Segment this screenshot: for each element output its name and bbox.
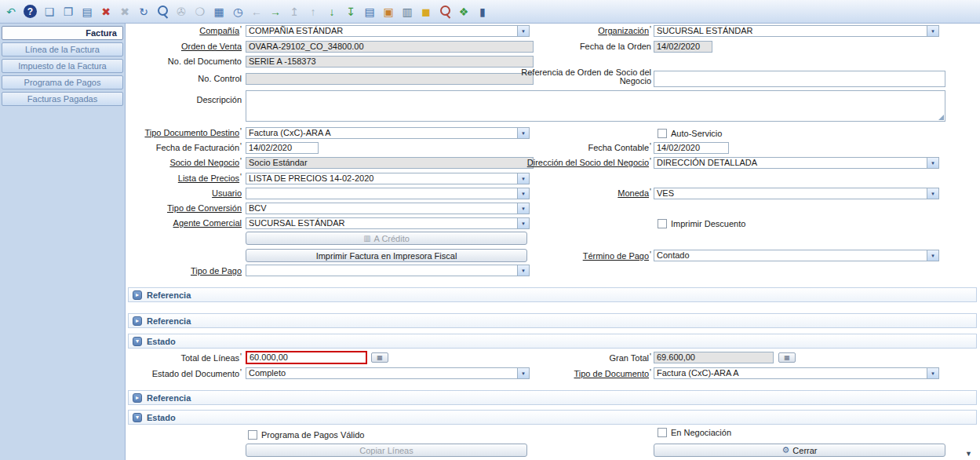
section-estado-1[interactable]: ▾Estado [128,334,977,349]
direccion-socio-combo[interactable]: DIRECCIÓN DETALLADA▼ [654,157,939,169]
chevron-down-icon[interactable]: ▼ [927,368,938,378]
chat-icon[interactable]: ❍ [191,2,209,21]
sidebar-tab-programa-de-pagos[interactable]: Programa de Pagos [2,75,123,89]
imprimir-fiscal-button-label: Imprimir Factura en Impresora Fiscal [316,251,457,261]
chevron-down-icon[interactable]: ▼ [927,250,938,261]
copy-record-icon[interactable]: ❐ [59,2,78,21]
gran-total-calculator-button[interactable]: ▦ [778,352,796,363]
fecha-facturacion-field[interactable]: 14/02/2020 [246,142,319,154]
no-documento-field[interactable]: SERIE A -158373 [246,56,534,68]
imprimir-descuento-checkbox[interactable] [658,219,667,228]
first-record-icon[interactable]: ↥ [285,2,304,21]
last-record-icon[interactable]: ↧ [341,2,360,21]
grid-toggle-icon[interactable]: ▦ [209,2,228,21]
tipo-documento-combo[interactable]: Factura (CxC)-ARA A▼ [654,367,939,379]
mandatory-mark: ' [650,188,651,196]
product-info-icon[interactable]: ▮ [473,2,492,21]
chevron-down-icon[interactable]: ▼ [517,128,529,138]
collapse-icon[interactable]: ▾ [133,413,142,422]
chevron-down-icon[interactable]: ▼ [927,188,938,199]
delete-icon[interactable]: ✖ [97,2,115,21]
sidebar-tab-impuesto-de-la-factura[interactable]: Impuesto de la Factura [2,59,123,73]
workflow-icon[interactable]: ❖ [454,2,473,21]
a-credito-button[interactable]: ▥A Crédito [246,232,527,245]
tipo-conversion-label[interactable]: Tipo de Conversión [126,203,242,214]
section-estado-2[interactable]: ▾Estado [128,410,977,425]
previous-record-icon[interactable]: ↑ [304,2,322,21]
chevron-down-icon[interactable]: ▼ [517,203,529,214]
sidebar-tab-factura[interactable]: Factura [2,26,123,40]
fecha-orden-field[interactable]: 14/02/2020 [654,41,712,53]
moneda-label[interactable]: Moneda' [463,188,651,199]
termino-pago-label[interactable]: Término de Pago' [463,251,651,261]
chevron-down-icon[interactable]: ▼ [927,158,938,168]
total-lineas-field[interactable]: 60.000,00 [246,351,367,364]
lista-precios-combo[interactable]: LISTA DE PRECIOS 14-02-2020▼ [246,173,530,184]
section-referencia-1[interactable]: ▸Referencia [128,287,977,302]
mandatory-mark: ' [240,353,242,361]
tipo-conversion-combo[interactable]: BCV▼ [246,203,530,214]
collapse-icon[interactable]: ▾ [133,337,142,346]
chevron-down-icon[interactable]: ▼ [927,26,938,36]
orden-venta-label[interactable]: Orden de Venta [126,42,242,52]
auto-servicio-checkbox[interactable] [658,129,667,138]
tipo-pago-combo[interactable]: ▼ [246,265,530,276]
expand-icon[interactable]: ▸ [133,290,142,300]
scroll-down-icon[interactable]: ▼ [965,450,972,458]
tipo-documento-destino-combo[interactable]: Factura (CxC)-ARA A▼ [246,127,530,139]
cerrar-button[interactable]: ⚙Cerrar [654,444,945,457]
en-negociacion-checkbox[interactable] [658,428,667,437]
fecha-contable-label: Fecha Contable' [463,143,651,153]
parent-record-icon[interactable]: ← [247,2,266,21]
zoom-across-icon[interactable] [435,2,454,21]
section-referencia-2[interactable]: ▸Referencia [128,313,977,328]
descripcion-label: Descripción [126,95,242,105]
expand-icon[interactable]: ▸ [133,316,142,326]
direccion-socio-label[interactable]: Dirección del Socio del Negocio' [463,158,651,168]
save-icon[interactable]: ▤ [78,2,97,21]
new-record-icon[interactable]: ❏ [40,2,59,21]
archive-icon[interactable]: ▣ [379,2,398,21]
ignore-changes-icon[interactable]: ↶ [2,2,20,21]
next-record-icon[interactable]: ↓ [322,2,341,21]
gran-total-field[interactable]: 69.600,00 [654,352,774,363]
tipo-pago-label[interactable]: Tipo de Pago [126,266,242,276]
delete-selection-icon[interactable]: ✖ [115,2,134,21]
lista-precios-label[interactable]: Lista de Precios' [126,173,242,184]
find-icon[interactable] [153,2,172,21]
organizacion-combo[interactable]: SUCURSAL ESTÁNDAR▼ [654,25,939,37]
fecha-contable-field[interactable]: 14/02/2020 [654,142,729,154]
tipo-documento-destino-label[interactable]: Tipo Documento Destino' [126,128,242,138]
resize-handle-icon[interactable] [938,115,944,120]
history-icon[interactable]: ◷ [228,2,247,21]
section-referencia-3[interactable]: ▸Referencia [128,390,977,405]
socio-negocio-label[interactable]: Socio del Negocio' [126,158,242,168]
no-control-field[interactable] [246,73,534,85]
termino-pago-combo[interactable]: Contado▼ [654,250,939,261]
compania-label[interactable]: Compañía' [126,26,242,36]
total-lineas-calculator-button[interactable]: ▦ [371,352,388,363]
moneda-combo[interactable]: VES▼ [654,188,939,199]
sidebar-tab-facturas-pagadas[interactable]: Facturas Pagadas [2,92,123,106]
organizacion-label[interactable]: Organización' [463,26,651,36]
print-icon[interactable]: ▥ [398,2,417,21]
report-icon[interactable]: ▤ [360,2,379,21]
chevron-down-icon[interactable]: ▼ [517,218,529,228]
referencia-orden-socio-field[interactable] [654,71,945,87]
sidebar-tab-linea-de-la-factura[interactable]: Línea de la Factura [2,42,123,57]
chevron-down-icon[interactable]: ▼ [517,173,529,184]
copiar-lineas-button[interactable]: Copiar Líneas [246,444,527,457]
descripcion-textarea[interactable] [246,90,945,122]
attachment-icon[interactable]: ✇ [172,2,191,21]
agente-comercial-combo[interactable]: SUCURSAL ESTÁNDAR▼ [246,217,530,229]
usuario-label[interactable]: Usuario [126,188,242,199]
detail-record-icon[interactable]: → [266,2,285,21]
help-icon[interactable]: ? [24,5,37,18]
programa-pagos-valido-checkbox[interactable] [248,430,257,440]
lock-icon[interactable]: ◼ [417,2,435,21]
tipo-documento-label[interactable]: Tipo de Documento' [463,369,651,379]
refresh-icon[interactable]: ↻ [134,2,153,21]
expand-icon[interactable]: ▸ [133,393,142,403]
agente-comercial-label[interactable]: Agente Comercial [126,218,242,228]
chevron-down-icon[interactable]: ▼ [517,265,529,276]
